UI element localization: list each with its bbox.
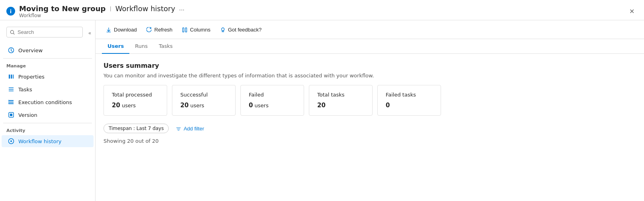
header-sub-label: Workflow [19,13,186,18]
manage-section-label: Manage [0,60,95,70]
header-separator: | [109,6,111,12]
add-filter-icon [176,126,181,132]
search-box [6,27,83,37]
search-input[interactable] [18,29,79,35]
add-filter-button[interactable]: Add filter [173,124,207,133]
card-total-processed-label: Total processed [112,92,159,98]
svg-rect-14 [8,103,9,104]
sidebar-item-workflow-history-label: Workflow history [18,138,62,144]
summary-cards: Total processed 20 users Successful 20 u… [103,85,636,116]
card-total-tasks-label: Total tasks [317,92,364,98]
columns-icon [182,26,187,33]
svg-rect-10 [9,102,14,102]
svg-rect-4 [11,75,12,79]
sidebar-item-properties-label: Properties [18,74,45,80]
card-successful: Successful 20 users [172,85,236,116]
card-total-tasks: Total tasks 20 [309,85,373,116]
svg-point-0 [10,30,14,34]
activity-divider [3,123,92,123]
card-failed-label: Failed [249,92,296,98]
svg-line-1 [14,34,15,35]
sidebar-item-properties[interactable]: Properties [2,71,94,83]
tab-runs[interactable]: Runs [129,39,153,54]
svg-rect-9 [9,100,14,101]
svg-rect-13 [8,102,9,103]
sidebar-item-overview[interactable]: Overview [2,44,94,56]
app-icon: i [6,7,15,16]
content-area: Download Refresh Columns [96,20,644,201]
sidebar-item-tasks[interactable]: Tasks [2,83,94,95]
card-failed-tasks: Failed tasks 0 [377,85,441,116]
card-failed-value: 0 users [249,102,296,109]
app-container: i Moving to New group | Workflow history… [0,0,644,201]
section-desc: You can monitor and investigate the diff… [103,73,636,79]
close-button[interactable]: ✕ [626,6,638,17]
card-total-processed: Total processed 20 users [103,85,167,116]
card-total-tasks-value: 20 [317,102,364,109]
sidebar-item-version[interactable]: Version [2,109,94,121]
properties-icon [8,73,14,80]
tab-users[interactable]: Users [102,39,129,54]
sidebar: « Overview Manage Properties [0,20,96,201]
feedback-icon [220,26,226,33]
header: i Moving to New group | Workflow history… [0,0,644,20]
header-title-group: Moving to New group | Workflow history .… [19,4,186,18]
sidebar-item-version-label: Version [18,112,37,118]
columns-button[interactable]: Columns [178,24,214,35]
card-failed: Failed 0 users [240,85,304,116]
collapse-sidebar-button[interactable]: « [88,30,92,37]
main-layout: « Overview Manage Properties [0,20,644,201]
history-icon [8,138,14,144]
card-failed-tasks-label: Failed tasks [386,92,433,98]
conditions-icon [8,99,14,105]
tasks-icon [8,86,14,93]
svg-rect-20 [183,28,184,32]
page-content: Users summary You can monitor and invest… [96,54,644,201]
search-icon [10,29,15,35]
feedback-button[interactable]: Got feedback? [216,24,266,35]
sidebar-item-tasks-label: Tasks [18,87,32,93]
card-failed-tasks-value: 0 [386,102,433,109]
version-icon [8,112,14,118]
header-title: Moving to New group [19,4,105,13]
toolbar: Download Refresh Columns [96,20,644,39]
sidebar-item-execution-conditions-label: Execution conditions [18,99,72,105]
svg-rect-3 [9,75,10,79]
filter-row: Timespan : Last 7 days Add filter [103,124,636,133]
header-title-row: Moving to New group | Workflow history .… [19,4,186,13]
refresh-icon [146,26,152,33]
svg-rect-12 [8,100,9,101]
svg-rect-5 [13,75,14,79]
refresh-button[interactable]: Refresh [142,24,177,35]
svg-point-18 [10,140,12,142]
tab-tasks[interactable]: Tasks [153,39,178,54]
manage-divider [3,58,92,59]
header-subtitle: Workflow history [115,4,175,13]
svg-point-22 [221,28,224,31]
header-ellipsis-button[interactable]: ... [178,4,186,13]
sidebar-item-workflow-history[interactable]: Workflow history [2,135,94,147]
card-successful-label: Successful [180,92,227,98]
sidebar-item-overview-label: Overview [18,47,43,53]
svg-rect-11 [9,103,14,104]
download-icon [106,26,111,33]
svg-rect-16 [10,114,12,116]
tabs-container: Users Runs Tasks [96,39,644,54]
timespan-filter-chip[interactable]: Timespan : Last 7 days [103,124,169,133]
card-total-processed-value: 20 users [112,102,159,109]
activity-section-label: Activity [0,125,95,135]
card-successful-value: 20 users [180,102,227,109]
overview-icon [8,47,14,53]
svg-rect-21 [185,28,187,32]
sidebar-item-execution-conditions[interactable]: Execution conditions [2,96,94,108]
download-button[interactable]: Download [102,24,141,35]
timespan-filter-label: Timespan : Last 7 days [109,126,164,131]
header-left: i Moving to New group | Workflow history… [6,4,186,18]
section-title: Users summary [103,62,636,69]
showing-text: Showing 20 out of 20 [103,138,636,144]
